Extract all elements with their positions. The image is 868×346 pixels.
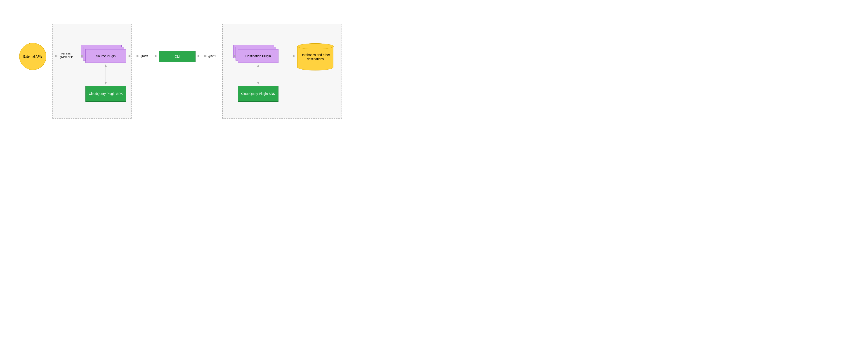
- destination-plugin-label: Destination Plugin: [246, 54, 271, 58]
- destination-container: [222, 24, 342, 118]
- source-plugin-stack: Source Plugin: [81, 45, 126, 63]
- source-sdk-node: CloudQuery Plugin SDK: [86, 86, 126, 102]
- source-sdk-label: CloudQuery Plugin SDK: [89, 92, 123, 96]
- cli-node: CLI: [159, 51, 195, 62]
- cli-label: CLI: [175, 55, 180, 59]
- destination-sdk-node: CloudQuery Plugin SDK: [238, 86, 278, 102]
- rest-grpc-label: Rest and gRPC APIs: [60, 53, 75, 59]
- source-container: [53, 24, 131, 118]
- diagram-canvas: External APIs Source Plugin CloudQuery P…: [0, 0, 347, 138]
- grpc-left-label: gRPC: [141, 55, 148, 58]
- destination-plugin-stack: Destination Plugin: [233, 45, 278, 63]
- external-apis-label: External APIs: [23, 55, 42, 59]
- external-apis-node: External APIs: [19, 43, 46, 70]
- databases-node: Databases and other destinations: [297, 43, 333, 70]
- source-plugin-label: Source Plugin: [96, 54, 116, 58]
- grpc-right-label: gRPC: [209, 55, 216, 58]
- databases-label: Databases and other destinations: [300, 53, 331, 61]
- destination-sdk-label: CloudQuery Plugin SDK: [241, 92, 275, 96]
